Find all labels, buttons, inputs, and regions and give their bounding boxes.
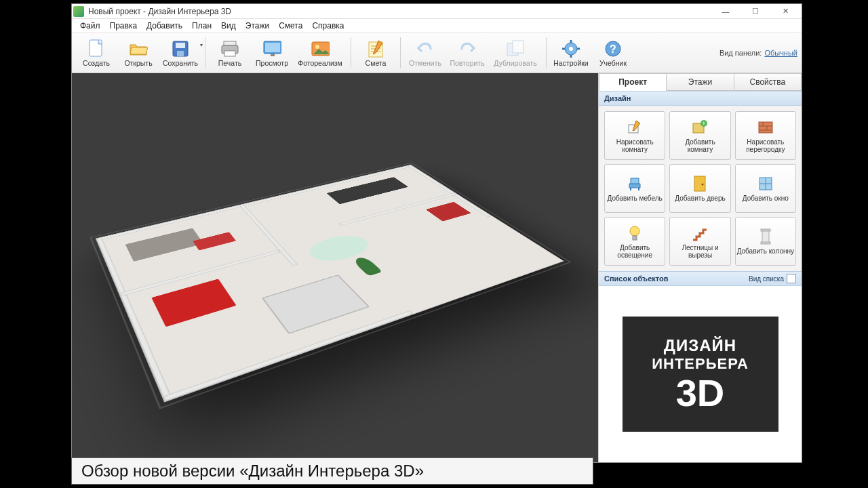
3d-viewport[interactable] [72,73,598,462]
column-icon [757,228,774,245]
tab-project[interactable]: Проект [599,73,667,91]
gear-icon [561,39,580,58]
settings-button[interactable]: Настройки [551,35,591,71]
redo-icon [458,39,477,58]
window-maximize-button[interactable]: ☐ [741,4,770,19]
photoreal-button[interactable]: Фотореализм [294,35,347,71]
duplicate-icon [506,39,525,58]
svg-point-38 [702,184,704,186]
svg-rect-43 [633,236,637,240]
duplicate-button[interactable]: Дублировать [489,35,542,71]
svg-rect-9 [271,54,275,56]
svg-rect-6 [224,51,235,56]
add-room-button[interactable]: + Добавить комнату [669,111,730,160]
titlebar: Новый проект - Дизайн Интерьера 3D — ☐ ✕ [72,4,802,19]
menu-estimate[interactable]: Смета [275,20,307,32]
add-light-button[interactable]: Добавить освещение [604,217,665,266]
menu-edit[interactable]: Правка [106,20,142,32]
tab-floors[interactable]: Этажи [667,73,734,91]
stairs-icon [691,224,709,242]
promo-banner: ДИЗАЙН ИНТЕРЬЕРА 3D [623,317,778,432]
add-window-button[interactable]: Добавить окно [735,164,796,213]
panel-view-link[interactable]: Обычный [764,49,797,57]
save-button[interactable]: Сохранить [160,35,201,71]
menu-help[interactable]: Справка [308,20,348,32]
pencil-room-icon [626,119,644,136]
app-icon [73,6,84,17]
new-file-icon [87,39,106,58]
toolbar: Создать Открыть Сохранить Печать Просмот… [72,33,802,73]
door-icon [691,175,709,192]
save-icon [171,39,190,58]
svg-point-42 [630,226,639,236]
undo-button[interactable]: Отменить [405,35,446,71]
side-panel: Проект Этажи Свойства Дизайн Нарисовать … [598,73,802,462]
design-section-header: Дизайн [599,91,802,106]
window-close-button[interactable]: ✕ [770,4,800,19]
chair-icon [626,175,644,192]
menu-plan[interactable]: План [188,20,216,32]
list-view-label: Вид списка [749,275,784,283]
add-furniture-button[interactable]: Добавить мебель [604,164,665,213]
photo-icon [311,39,330,58]
menubar: Файл Правка Добавить План Вид Этажи Смет… [72,19,802,33]
monitor-icon [262,39,281,58]
svg-rect-30 [759,122,772,133]
svg-rect-17 [513,41,524,53]
draw-wall-button[interactable]: Нарисовать перегородку [735,111,796,160]
app-window: Новый проект - Дизайн Интерьера 3D — ☐ ✕… [71,3,802,463]
menu-view[interactable]: Вид [217,20,240,32]
svg-rect-4 [224,41,236,45]
svg-rect-44 [762,230,769,243]
redo-button[interactable]: Повторить [447,35,488,71]
undo-icon [416,39,435,58]
svg-rect-37 [694,176,705,191]
wall-icon [757,119,774,136]
svg-point-11 [315,45,319,49]
svg-rect-2 [176,43,185,48]
video-caption: Обзор новой версии «Дизайн Интерьера 3D» [71,458,593,485]
window-icon [757,175,774,192]
panel-view-switcher: Вид панели: Обычный [719,49,797,57]
design-tools-grid: Нарисовать комнату + Добавить комнату На… [599,106,802,271]
help-button[interactable]: ? Учебник [593,35,633,71]
add-door-button[interactable]: Добавить дверь [669,164,730,213]
svg-text:?: ? [610,43,616,55]
svg-rect-8 [265,43,280,52]
svg-text:+: + [703,120,706,127]
help-icon: ? [604,39,623,58]
draw-room-button[interactable]: Нарисовать комнату [604,111,665,160]
object-list-area: ДИЗАЙН ИНТЕРЬЕРА 3D [599,286,802,462]
notepad-icon [366,39,385,58]
svg-rect-46 [761,242,770,244]
create-button[interactable]: Создать [76,35,117,71]
open-button[interactable]: Открыть [118,35,159,71]
printer-icon [220,39,239,58]
svg-rect-45 [761,229,770,231]
svg-rect-3 [177,51,184,56]
add-room-icon: + [691,119,709,136]
preview-button[interactable]: Просмотр [252,35,292,71]
svg-point-19 [569,47,573,51]
objects-section-header: Список объектов Вид списка [599,271,802,286]
estimate-button[interactable]: Смета [355,35,396,71]
light-icon [626,224,644,242]
menu-add[interactable]: Добавить [142,20,186,32]
print-button[interactable]: Печать [210,35,250,71]
menu-floors[interactable]: Этажи [241,20,273,32]
window-title: Новый проект - Дизайн Интерьера 3D [88,7,711,16]
list-view-toggle-icon[interactable] [787,274,796,283]
tab-properties[interactable]: Свойства [734,73,802,91]
add-column-button[interactable]: Добавить колонну [735,217,796,266]
folder-open-icon [129,39,148,58]
window-minimize-button[interactable]: — [711,4,741,19]
stairs-button[interactable]: Лестницы и вырезы [669,217,730,266]
floor-plan-render [106,94,540,419]
menu-file[interactable]: Файл [76,20,104,32]
